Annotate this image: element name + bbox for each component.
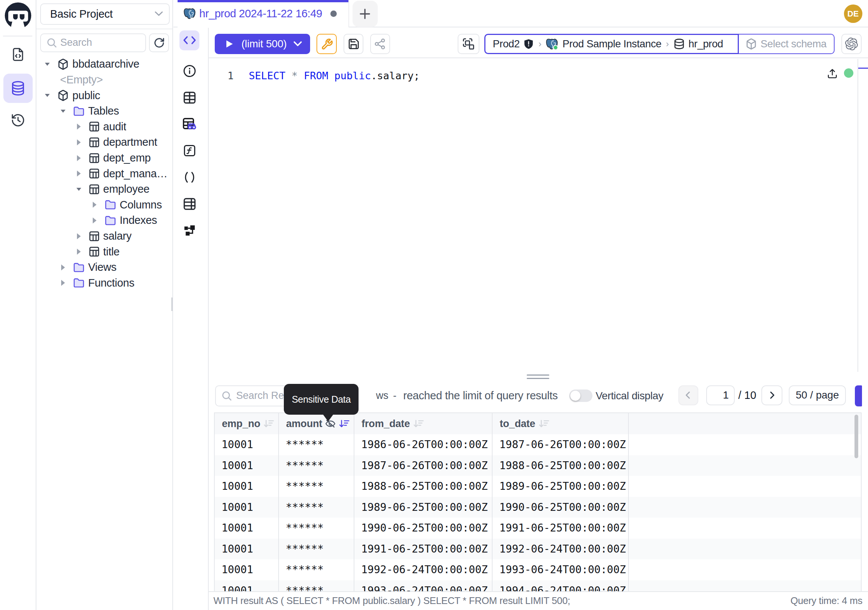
- chevron-collapsed-icon[interactable]: [76, 248, 82, 255]
- chevron-collapsed-icon[interactable]: [76, 170, 82, 177]
- run-button[interactable]: (limit 500): [215, 34, 310, 54]
- chevron-expanded-icon[interactable]: [44, 61, 50, 67]
- cell-to_date[interactable]: 1988-06-25T00:00:00Z: [492, 455, 628, 476]
- chevron-collapsed-icon[interactable]: [76, 154, 82, 162]
- tree-item-dept-manager[interactable]: dept_manager: [76, 166, 168, 182]
- cell-from_date[interactable]: 1991-06-25T00:00:00Z: [354, 539, 492, 560]
- new-tab-button[interactable]: [353, 1, 378, 27]
- chevron-collapsed-icon[interactable]: [76, 123, 82, 130]
- cell-to_date[interactable]: 1993-06-24T00:00:00Z: [492, 559, 628, 581]
- sort-icon-active[interactable]: [339, 419, 350, 428]
- tree-item-indexes[interactable]: Indexes: [91, 213, 157, 228]
- table-row[interactable]: 10001******1989-06-25T00:00:00Z1990-06-2…: [215, 497, 861, 518]
- next-page-button[interactable]: [761, 385, 783, 405]
- cell-to_date[interactable]: 1990-06-25T00:00:00Z: [492, 497, 628, 518]
- page-number-input[interactable]: 1: [706, 385, 735, 405]
- table-row[interactable]: 10001******1990-06-25T00:00:00Z1991-06-2…: [215, 518, 861, 539]
- column-header-emp_no[interactable]: emp_no: [215, 413, 279, 434]
- table-row[interactable]: 10001******1993-06-24T00:00:00Z1994-06-2…: [215, 581, 861, 591]
- cell-from_date[interactable]: 1989-06-25T00:00:00Z: [354, 497, 492, 518]
- cell-emp_no[interactable]: 10001: [215, 581, 279, 591]
- bytebase-logo-icon[interactable]: [3, 1, 33, 31]
- strip-schema-diagram-button[interactable]: [180, 220, 199, 241]
- strip-masking-button[interactable]: [180, 114, 199, 134]
- tree-item-dept-emp[interactable]: dept_emp: [76, 150, 151, 166]
- cell-emp_no[interactable]: 10001: [215, 434, 279, 455]
- chevron-expanded-icon[interactable]: [60, 108, 66, 114]
- column-header-to_date[interactable]: to_date: [492, 413, 628, 434]
- chevron-collapsed-icon[interactable]: [60, 264, 66, 271]
- chevron-collapsed-icon[interactable]: [76, 139, 82, 146]
- sql-editor[interactable]: 1 SELECT * FROM public.salary;: [209, 59, 868, 371]
- prev-page-button[interactable]: [678, 385, 698, 405]
- save-button[interactable]: [344, 34, 363, 54]
- tree-item--empty-[interactable]: <Empty>: [56, 72, 103, 88]
- rail-database-button[interactable]: [3, 74, 33, 103]
- connection-select[interactable]: Prod2 › Prod Sample Instance › hr_prod: [484, 34, 739, 54]
- chevron-expanded-icon[interactable]: [44, 92, 50, 98]
- cell-from_date[interactable]: 1993-06-24T00:00:00Z: [354, 581, 492, 591]
- chevron-collapsed-icon[interactable]: [91, 217, 98, 224]
- sort-icon[interactable]: [263, 419, 274, 428]
- column-header-amount[interactable]: amount: [279, 413, 354, 434]
- cell-amount[interactable]: ******: [279, 434, 354, 455]
- cell-amount[interactable]: ******: [279, 559, 354, 581]
- share-button[interactable]: [370, 34, 390, 54]
- tree-item-functions[interactable]: Functions: [60, 275, 135, 291]
- avatar[interactable]: DE: [844, 5, 862, 23]
- tree-item-employee[interactable]: employee: [76, 182, 149, 197]
- cell-from_date[interactable]: 1986-06-26T00:00:00Z: [354, 434, 492, 455]
- cell-to_date[interactable]: 1987-06-26T00:00:00Z: [492, 434, 628, 455]
- tree-item-department[interactable]: department: [76, 135, 157, 150]
- cell-from_date[interactable]: 1988-06-25T00:00:00Z: [354, 476, 492, 497]
- table-row[interactable]: 10001******1988-06-25T00:00:00Z1989-06-2…: [215, 476, 861, 497]
- cell-emp_no[interactable]: 10001: [215, 497, 279, 518]
- ai-assistant-button[interactable]: [841, 34, 862, 54]
- column-header-from_date[interactable]: from_date: [354, 413, 492, 434]
- search-input[interactable]: Search: [40, 33, 146, 53]
- cell-from_date[interactable]: 1987-06-26T00:00:00Z: [354, 455, 492, 476]
- strip-table-button[interactable]: [180, 87, 199, 107]
- table-row[interactable]: 10001******1987-06-26T00:00:00Z1988-06-2…: [215, 455, 861, 476]
- cell-emp_no[interactable]: 10001: [215, 455, 279, 476]
- cell-to_date[interactable]: 1989-06-25T00:00:00Z: [492, 476, 628, 497]
- table-row[interactable]: 10001******1992-06-24T00:00:00Z1993-06-2…: [215, 559, 861, 581]
- panel-resize-handle[interactable]: [527, 374, 549, 381]
- table-row[interactable]: 10001******1991-06-25T00:00:00Z1992-06-2…: [215, 539, 861, 560]
- cell-emp_no[interactable]: 10001: [215, 476, 279, 497]
- strip-parens-button[interactable]: [180, 168, 199, 188]
- sort-icon[interactable]: [538, 419, 550, 428]
- tree-item-salary[interactable]: salary: [76, 228, 132, 244]
- strip-function-button[interactable]: [180, 141, 199, 161]
- sort-icon[interactable]: [413, 419, 424, 428]
- cell-amount[interactable]: ******: [279, 476, 354, 497]
- cell-emp_no[interactable]: 10001: [215, 518, 279, 539]
- page-size-select[interactable]: 50 / page: [789, 385, 846, 405]
- upload-icon[interactable]: [828, 69, 837, 79]
- cell-to_date[interactable]: 1992-06-24T00:00:00Z: [492, 539, 628, 560]
- tree-item-audit[interactable]: audit: [76, 119, 126, 135]
- chevron-collapsed-icon[interactable]: [76, 233, 82, 240]
- tree-item-title[interactable]: title: [76, 244, 120, 259]
- results-scrollbar[interactable]: [854, 415, 858, 458]
- cell-from_date[interactable]: 1992-06-24T00:00:00Z: [354, 559, 492, 581]
- connection-group-button[interactable]: [458, 34, 479, 54]
- chevron-collapsed-icon[interactable]: [91, 201, 98, 208]
- cell-amount[interactable]: ******: [279, 497, 354, 518]
- cell-amount[interactable]: ******: [279, 518, 354, 539]
- cell-to_date[interactable]: 1994-06-24T00:00:00Z: [492, 581, 628, 591]
- table-row[interactable]: 10001******1986-06-26T00:00:00Z1987-06-2…: [215, 434, 861, 455]
- tree-item-columns[interactable]: Columns: [91, 197, 162, 213]
- rail-worksheet-button[interactable]: [3, 40, 33, 69]
- cell-emp_no[interactable]: 10001: [215, 539, 279, 560]
- project-select[interactable]: Basic Project: [40, 3, 170, 25]
- format-wrench-button[interactable]: [316, 34, 336, 54]
- tree-item-views[interactable]: Views: [60, 259, 116, 275]
- cell-amount[interactable]: ******: [279, 455, 354, 476]
- cell-amount[interactable]: ******: [279, 539, 354, 560]
- vertical-display-toggle[interactable]: [569, 390, 592, 402]
- tree-item-public[interactable]: public: [44, 87, 100, 103]
- refresh-button[interactable]: [149, 33, 169, 53]
- chevron-expanded-icon[interactable]: [76, 186, 82, 192]
- strip-info-button[interactable]: [180, 61, 199, 81]
